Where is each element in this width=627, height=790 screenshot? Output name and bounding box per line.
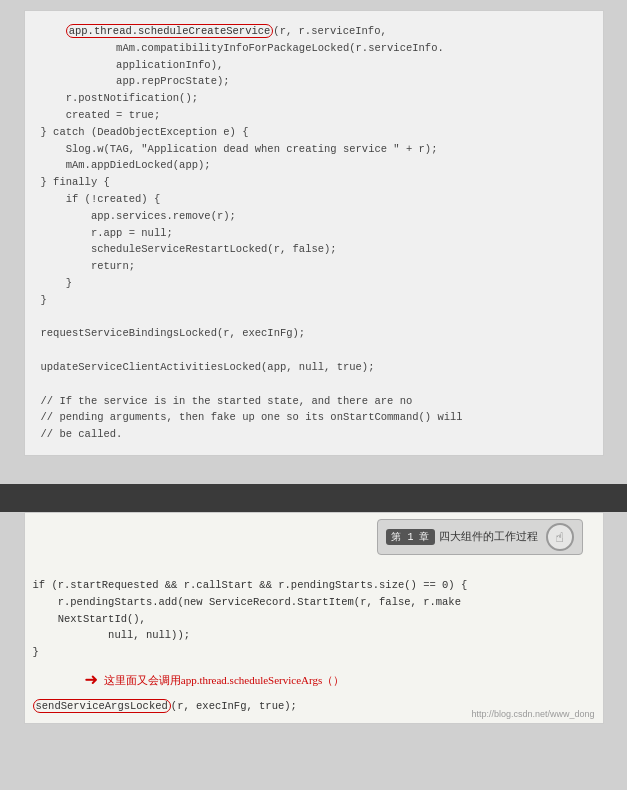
highlighted-method-bottom: sendServiceArgsLocked xyxy=(33,699,171,713)
watermark: http://blog.csdn.net/www_dong xyxy=(471,709,594,719)
finger-cursor-icon: ☝ xyxy=(546,523,574,551)
page-wrapper: app.thread.scheduleCreateService(r, r.se… xyxy=(0,0,627,790)
chapter-number: 第 1 章 xyxy=(386,529,434,545)
red-arrow-icon: ➜ xyxy=(85,667,98,694)
bottom-code-block: 第 1 章 四大组件的工作过程 ☝ if (r.startRequested &… xyxy=(24,512,604,724)
annotation-row: ➜ 这里面又会调用app.thread.scheduleServiceArgs（… xyxy=(85,667,595,694)
highlighted-method-top: app.thread.scheduleCreateService xyxy=(66,24,274,38)
bottom-code-area: if (r.startRequested && r.callStart && r… xyxy=(25,573,603,665)
chapter-banner: 第 1 章 四大组件的工作过程 ☝ xyxy=(377,519,582,555)
bottom-code-line-3: NextStartId(), xyxy=(33,611,595,628)
chapter-title: 四大组件的工作过程 xyxy=(439,529,538,544)
annotation-text: 这里面又会调用app.thread.scheduleServiceArgs（） xyxy=(104,673,345,688)
bottom-code-line-5: } xyxy=(33,644,595,661)
bottom-code-line-4: null, null)); xyxy=(33,627,595,644)
send-service-code: sendServiceArgsLocked(r, execInFg, true)… xyxy=(33,699,297,713)
bottom-code-line-1: if (r.startRequested && r.callStart && r… xyxy=(33,577,595,594)
dark-bar xyxy=(0,484,627,512)
top-code-block: app.thread.scheduleCreateService(r, r.se… xyxy=(24,10,604,456)
top-code-text: app.thread.scheduleCreateService(r, r.se… xyxy=(41,23,587,443)
bottom-code-line-2: r.pendingStarts.add(new ServiceRecord.St… xyxy=(33,594,595,611)
